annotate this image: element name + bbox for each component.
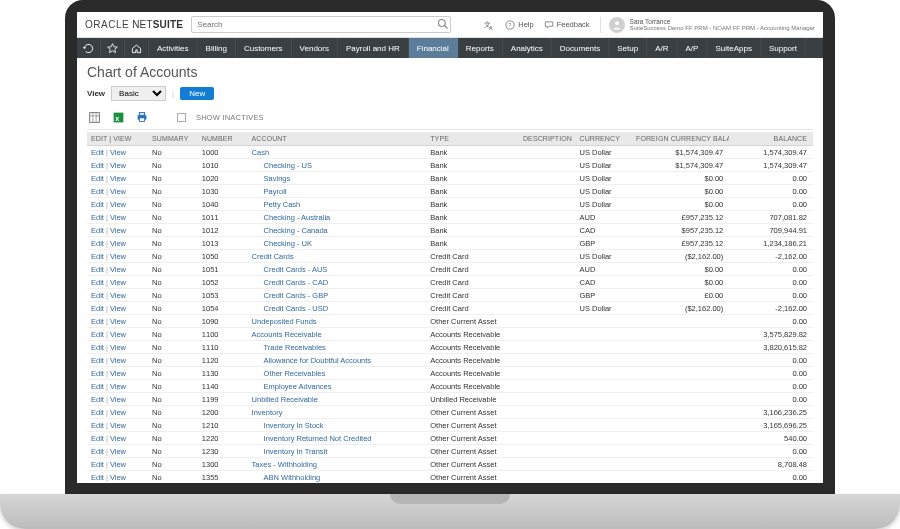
edit-link[interactable]: Edit — [91, 382, 104, 391]
nav-shortcuts-icon[interactable] — [101, 38, 125, 58]
view-link[interactable]: View — [110, 369, 126, 378]
edit-link[interactable]: Edit — [91, 408, 104, 417]
account-link[interactable]: Credit Cards - AUS — [252, 265, 328, 274]
account-link[interactable]: ABN Withholding — [252, 473, 321, 482]
view-link[interactable]: View — [110, 317, 126, 326]
account-link[interactable]: Checking - Canada — [252, 226, 328, 235]
edit-link[interactable]: Edit — [91, 395, 104, 404]
view-link[interactable]: View — [110, 434, 126, 443]
help-link[interactable]: ? Help — [505, 20, 533, 30]
show-inactives-checkbox[interactable] — [177, 113, 186, 122]
view-link[interactable]: View — [110, 473, 126, 482]
edit-link[interactable]: Edit — [91, 473, 104, 482]
search-icon[interactable] — [437, 18, 447, 28]
nav-item-suiteapps[interactable]: SuiteApps — [707, 38, 760, 58]
account-link[interactable]: Inventory Returned Not Credited — [252, 434, 372, 443]
account-link[interactable]: Inventory — [252, 408, 283, 417]
view-link[interactable]: View — [110, 330, 126, 339]
view-link[interactable]: View — [110, 304, 126, 313]
feedback-link[interactable]: Feedback — [544, 20, 590, 30]
col-type[interactable]: TYPE — [426, 132, 519, 146]
account-link[interactable]: Employee Advances — [252, 382, 332, 391]
view-select[interactable]: Basic — [111, 86, 166, 101]
nav-recent-icon[interactable] — [77, 38, 101, 58]
col-fcb[interactable]: FOREIGN CURRENCY BALANCE — [632, 132, 729, 146]
account-link[interactable]: Unbilled Receivable — [252, 395, 318, 404]
edit-link[interactable]: Edit — [91, 304, 104, 313]
nav-item-activities[interactable]: Activities — [149, 38, 198, 58]
search-input[interactable] — [191, 16, 451, 33]
account-link[interactable]: Other Receivables — [252, 369, 326, 378]
view-link[interactable]: View — [110, 265, 126, 274]
account-link[interactable]: Cash — [252, 148, 270, 157]
account-link[interactable]: Credit Cards - GBP — [252, 291, 329, 300]
nav-item-documents[interactable]: Documents — [552, 38, 609, 58]
account-link[interactable]: Savings — [252, 174, 291, 183]
edit-link[interactable]: Edit — [91, 317, 104, 326]
nav-item-support[interactable]: Support — [761, 38, 806, 58]
nav-item-reports[interactable]: Reports — [458, 38, 503, 58]
account-link[interactable]: Checking - US — [252, 161, 312, 170]
view-link[interactable]: View — [110, 239, 126, 248]
edit-link[interactable]: Edit — [91, 200, 104, 209]
view-link[interactable]: View — [110, 421, 126, 430]
edit-link[interactable]: Edit — [91, 460, 104, 469]
new-button[interactable]: New — [180, 87, 214, 100]
edit-link[interactable]: Edit — [91, 330, 104, 339]
view-link[interactable]: View — [110, 161, 126, 170]
account-link[interactable]: Inventory In Transit — [252, 447, 328, 456]
user-menu[interactable]: Sara Torrance SuiteSuccess Demo FF PRM -… — [600, 17, 815, 33]
view-link[interactable]: View — [110, 252, 126, 261]
view-link[interactable]: View — [110, 447, 126, 456]
print-icon[interactable] — [135, 110, 149, 124]
edit-link[interactable]: Edit — [91, 265, 104, 274]
edit-link[interactable]: Edit — [91, 252, 104, 261]
edit-link[interactable]: Edit — [91, 343, 104, 352]
account-link[interactable]: Credit Cards - CAD — [252, 278, 329, 287]
col-summary[interactable]: SUMMARY — [148, 132, 198, 146]
edit-link[interactable]: Edit — [91, 213, 104, 222]
nav-item-setup[interactable]: Setup — [609, 38, 647, 58]
edit-link[interactable]: Edit — [91, 434, 104, 443]
nav-item-a-p[interactable]: A/P — [678, 38, 708, 58]
view-link[interactable]: View — [110, 148, 126, 157]
view-link[interactable]: View — [110, 213, 126, 222]
nav-home-icon[interactable] — [125, 38, 149, 58]
edit-link[interactable]: Edit — [91, 356, 104, 365]
nav-item-a-r[interactable]: A/R — [647, 38, 677, 58]
account-link[interactable]: Inventory In Stock — [252, 421, 324, 430]
edit-link[interactable]: Edit — [91, 239, 104, 248]
edit-link[interactable]: Edit — [91, 187, 104, 196]
account-link[interactable]: Checking - UK — [252, 239, 312, 248]
view-link[interactable]: View — [110, 356, 126, 365]
view-link[interactable]: View — [110, 291, 126, 300]
edit-link[interactable]: Edit — [91, 226, 104, 235]
account-link[interactable]: Allowance for Doubtful Accounts — [252, 356, 372, 365]
account-link[interactable]: Undeposited Funds — [252, 317, 317, 326]
edit-link[interactable]: Edit — [91, 369, 104, 378]
nav-item-analytics[interactable]: Analytics — [503, 38, 552, 58]
account-link[interactable]: Taxes - Withholding — [252, 460, 317, 469]
view-link[interactable]: View — [110, 187, 126, 196]
col-balance[interactable]: BALANCE — [729, 132, 813, 146]
edit-link[interactable]: Edit — [91, 278, 104, 287]
account-link[interactable]: Payroll — [252, 187, 287, 196]
csv-export-icon[interactable] — [87, 110, 101, 124]
edit-link[interactable]: Edit — [91, 161, 104, 170]
view-link[interactable]: View — [110, 395, 126, 404]
account-link[interactable]: Credit Cards - USD — [252, 304, 329, 313]
nav-item-vendors[interactable]: Vendors — [292, 38, 338, 58]
nav-item-customers[interactable]: Customers — [236, 38, 292, 58]
col-edit[interactable]: EDIT | VIEW — [87, 132, 148, 146]
nav-item-billing[interactable]: Billing — [198, 38, 236, 58]
language-icon[interactable]: 文A — [483, 19, 495, 31]
view-link[interactable]: View — [110, 226, 126, 235]
excel-export-icon[interactable]: x — [111, 110, 125, 124]
view-link[interactable]: View — [110, 278, 126, 287]
col-number[interactable]: NUMBER — [198, 132, 248, 146]
account-link[interactable]: Checking - Australia — [252, 213, 331, 222]
view-link[interactable]: View — [110, 408, 126, 417]
col-currency[interactable]: CURRENCY — [575, 132, 632, 146]
edit-link[interactable]: Edit — [91, 291, 104, 300]
edit-link[interactable]: Edit — [91, 447, 104, 456]
